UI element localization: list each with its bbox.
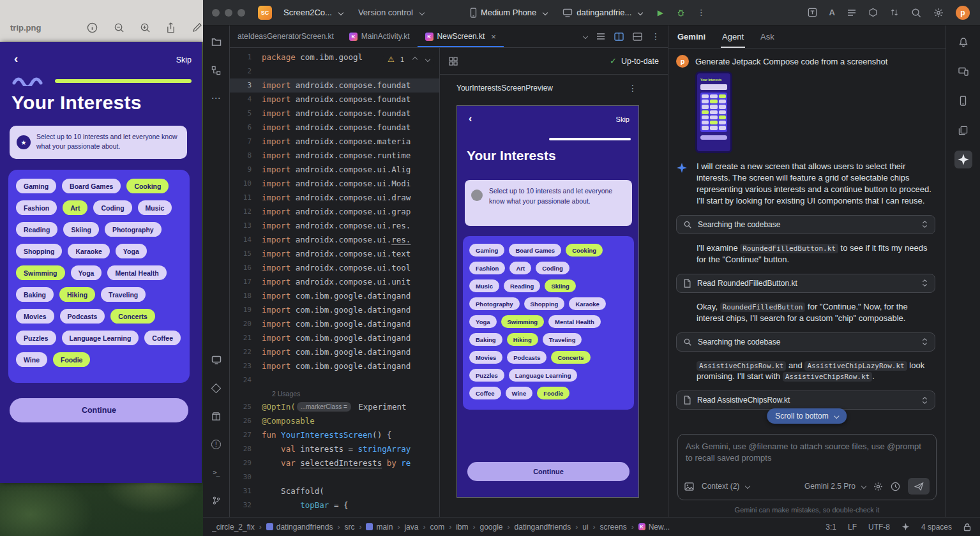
problems-icon[interactable]: !	[207, 435, 225, 453]
code-line[interactable]: 30	[230, 470, 439, 484]
code-line[interactable]: 7import androidx.compose.materia	[230, 135, 439, 149]
code-line[interactable]: 23import com.ibm.google.datingand	[230, 359, 439, 373]
window-close-button[interactable]	[212, 9, 220, 17]
breadcrumb-item[interactable]: datingandfriends	[515, 523, 571, 532]
sync-icon[interactable]	[890, 8, 899, 17]
code-line[interactable]: 16import androidx.compose.ui.tool	[230, 261, 439, 275]
gemini-tool-icon[interactable]	[954, 151, 972, 168]
structure-tool-icon[interactable]	[207, 61, 225, 79]
code-line[interactable]: 26@Composable	[230, 414, 439, 428]
code-line[interactable]: 5import androidx.compose.foundat	[230, 107, 439, 121]
code-line[interactable]: 31 Scaffold(	[230, 484, 439, 498]
project-selector[interactable]: Screen2Co...	[278, 5, 348, 20]
code-line[interactable]: 19import com.ibm.google.datingand	[230, 303, 439, 317]
code-line[interactable]: 32 topBar = {	[230, 498, 439, 512]
tool-call-card[interactable]: Searching the codebase	[676, 215, 935, 234]
ai-rename-icon[interactable]: A	[829, 8, 835, 17]
breadcrumb-item[interactable]: main	[366, 523, 393, 532]
history-icon[interactable]	[891, 482, 900, 491]
breadcrumb-item[interactable]: google	[479, 523, 502, 532]
breadcrumb-item[interactable]: KNew...	[638, 523, 670, 532]
code-line[interactable]: 6import androidx.compose.foundat	[230, 121, 439, 135]
editor-options-icon[interactable]: ⋮	[651, 32, 660, 41]
running-devices-icon[interactable]	[207, 351, 225, 369]
project-tool-icon[interactable]	[207, 33, 225, 51]
device-manager-icon[interactable]	[954, 92, 972, 110]
run-button[interactable]: ▶	[652, 4, 668, 21]
breadcrumb-item[interactable]: screens	[600, 523, 627, 532]
code-line[interactable]: 29 var selectedInterests by re	[230, 456, 439, 470]
tool-call-card[interactable]: Read RoundedFilledButton.kt	[676, 274, 935, 293]
device-mirror-icon[interactable]	[808, 8, 817, 17]
build-icon[interactable]	[868, 8, 878, 17]
code-line[interactable]: 18import com.ibm.google.datingand	[230, 289, 439, 303]
code-line[interactable]: 11import androidx.compose.ui.draw	[230, 191, 439, 205]
code-line[interactable]: 4import androidx.compose.foundat	[230, 93, 439, 107]
breadcrumb-item[interactable]: _circle_2_fix	[212, 523, 255, 532]
device-selector[interactable]: Medium Phone	[465, 5, 552, 20]
expand-collapse-icon[interactable]	[921, 220, 928, 228]
code-line[interactable]: 20import com.ibm.google.datingand	[230, 317, 439, 331]
git-tool-icon[interactable]	[207, 491, 225, 509]
task-list-icon[interactable]	[847, 9, 856, 17]
breadcrumb-item[interactable]: ui	[582, 523, 588, 532]
expand-collapse-icon[interactable]	[921, 338, 928, 346]
device-streaming-icon[interactable]	[954, 63, 972, 80]
preview-grid-icon[interactable]	[449, 57, 458, 66]
search-icon[interactable]	[911, 8, 921, 18]
expand-collapse-icon[interactable]	[921, 396, 928, 405]
code-line[interactable]: 14import androidx.compose.ui.res.	[230, 233, 439, 247]
file-encoding[interactable]: UTF-8	[868, 523, 890, 532]
context-selector[interactable]: Context (2)	[702, 482, 750, 491]
gemini-settings-icon[interactable]	[873, 482, 883, 491]
code-line[interactable]: 21import com.ibm.google.datingand	[230, 331, 439, 345]
breadcrumb-item[interactable]: com	[430, 523, 444, 532]
attached-screenshot-thumbnail[interactable]: Your Interests	[695, 71, 732, 153]
editor-layout-icon[interactable]	[633, 33, 642, 41]
breadcrumb-item[interactable]: java	[404, 523, 418, 532]
terminal-icon[interactable]: >_	[207, 463, 225, 481]
zoom-out-icon[interactable]	[114, 22, 124, 33]
gemini-status-icon[interactable]	[901, 523, 910, 531]
model-selector[interactable]: Gemini 2.5 Pro	[804, 482, 866, 491]
code-line[interactable]: 17import androidx.compose.ui.unit	[230, 275, 439, 289]
preview-options-icon[interactable]: ⋮	[628, 84, 637, 93]
send-button[interactable]	[908, 478, 930, 495]
code-line[interactable]: 15import androidx.compose.ui.text	[230, 247, 439, 261]
caret-position[interactable]: 3:1	[825, 523, 836, 532]
usages-hint[interactable]: 2 Usages	[230, 387, 439, 400]
info-icon[interactable]	[87, 22, 98, 33]
next-issue-icon[interactable]	[425, 57, 430, 62]
breadcrumb-item[interactable]: src	[344, 523, 354, 532]
editor-tab[interactable]: ateIdeasGeneratorScreen.kt	[230, 26, 342, 47]
prev-issue-icon[interactable]	[412, 57, 418, 62]
code-line[interactable]: 25@OptIn(...markerClass = Experiment	[230, 400, 439, 414]
line-separator[interactable]: LF	[848, 523, 857, 532]
more-tool-windows-icon[interactable]: ⋯	[207, 89, 225, 107]
code-line[interactable]: 8import androidx.compose.runtime	[230, 149, 439, 163]
debug-button[interactable]	[673, 4, 688, 21]
window-zoom-button[interactable]	[237, 9, 245, 17]
breadcrumb-item[interactable]: datingandfriends	[266, 523, 333, 532]
code-line[interactable]: 13import androidx.compose.ui.res.	[230, 219, 439, 233]
inspection-widget[interactable]: ⚠ 1	[383, 54, 434, 65]
app-inspection-icon[interactable]	[207, 407, 225, 425]
tool-call-card[interactable]: Searching the codebase	[676, 332, 935, 352]
zoom-in-icon[interactable]	[140, 22, 151, 33]
code-line[interactable]: 28 val interests = stringArray	[230, 442, 439, 456]
more-run-options-icon[interactable]: ⋮	[693, 4, 709, 21]
editor-tab[interactable]: KMainActivity.kt	[342, 26, 418, 47]
app-insights-icon[interactable]	[207, 379, 225, 397]
settings-icon[interactable]	[933, 8, 944, 18]
scroll-to-bottom-button[interactable]: Scroll to bottom	[767, 408, 847, 424]
code-line[interactable]: 24	[230, 373, 439, 387]
vcs-selector[interactable]: Version control	[353, 5, 429, 20]
code-editor[interactable]: 1package com.ibm.googl23import androidx.…	[230, 48, 439, 517]
run-config-selector[interactable]: datingandfrie...	[557, 5, 647, 20]
close-tab-icon[interactable]: ×	[491, 33, 496, 41]
resource-manager-icon[interactable]	[954, 121, 972, 139]
window-minimize-button[interactable]	[225, 9, 232, 17]
markup-pencil-icon[interactable]	[192, 22, 202, 33]
code-line[interactable]: 12import androidx.compose.ui.grap	[230, 205, 439, 219]
readonly-lock-icon[interactable]	[963, 523, 971, 532]
